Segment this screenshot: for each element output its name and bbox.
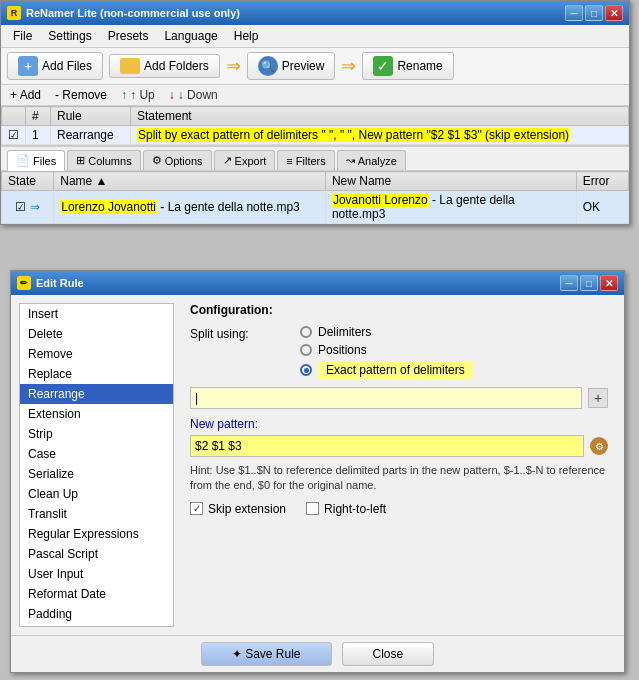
edit-minimize-button[interactable]: ─ bbox=[560, 275, 578, 291]
menu-language[interactable]: Language bbox=[156, 27, 225, 45]
rule-cleanup[interactable]: Clean Up bbox=[20, 484, 173, 504]
tab-columns[interactable]: ⊞ Columns bbox=[67, 150, 140, 170]
tab-analyze-icon: ↝ bbox=[346, 154, 355, 167]
tab-filters[interactable]: ≡ Filters bbox=[277, 150, 334, 170]
right-to-left-label: Right-to-left bbox=[324, 502, 386, 516]
edit-rule-window: ✏ Edit Rule ─ □ ✕ Insert Delete Remove R… bbox=[10, 270, 625, 673]
pattern-options-button[interactable]: ⚙ bbox=[590, 437, 608, 455]
main-title-bar: R ReNamer Lite (non-commercial use only)… bbox=[1, 1, 629, 25]
col-rule: Rule bbox=[51, 107, 131, 126]
maximize-button[interactable]: □ bbox=[585, 5, 603, 21]
table-row[interactable]: ☑ ⇒ Lorenzo Jovanotti - La gente della n… bbox=[2, 191, 629, 224]
skip-extension-label: Skip extension bbox=[208, 502, 286, 516]
row-number: 1 bbox=[26, 126, 51, 145]
rule-insert[interactable]: Insert bbox=[20, 304, 173, 324]
edit-rule-controls: ─ □ ✕ bbox=[560, 275, 618, 291]
close-dialog-button[interactable]: Close bbox=[342, 642, 435, 666]
menu-settings[interactable]: Settings bbox=[40, 27, 99, 45]
radio-positions-row[interactable]: Positions bbox=[300, 343, 473, 357]
rule-serialize[interactable]: Serialize bbox=[20, 464, 173, 484]
main-window: R ReNamer Lite (non-commercial use only)… bbox=[0, 0, 630, 225]
rules-sub-toolbar: + Add - Remove ↑ ↑ Up ↓ ↓ Down bbox=[1, 85, 629, 106]
file-new-name: Jovanotti Lorenzo - La gente della notte… bbox=[325, 191, 576, 224]
files-col-newname[interactable]: New Name bbox=[325, 172, 576, 191]
file-state: ☑ ⇒ bbox=[2, 191, 54, 224]
rule-case[interactable]: Case bbox=[20, 444, 173, 464]
radio-delimiters-row[interactable]: Delimiters bbox=[300, 325, 473, 339]
new-pattern-input[interactable] bbox=[190, 435, 584, 457]
file-name-rest: - La gente della notte.mp3 bbox=[160, 200, 299, 214]
table-row[interactable]: ☑ 1 Rearrange Split by exact pattern of … bbox=[2, 126, 629, 145]
edit-close-button[interactable]: ✕ bbox=[600, 275, 618, 291]
add-delimiter-button[interactable]: + bbox=[588, 388, 608, 408]
config-panel: Configuration: Split using: Delimiters P… bbox=[182, 303, 616, 627]
preview-button[interactable]: 🔍 Preview bbox=[247, 52, 336, 80]
right-to-left-box[interactable] bbox=[306, 502, 319, 515]
menu-file[interactable]: File bbox=[5, 27, 40, 45]
radio-delimiters[interactable] bbox=[300, 326, 312, 338]
row-rule: Rearrange bbox=[51, 126, 131, 145]
edit-rule-icon: ✏ bbox=[17, 276, 31, 290]
tab-export[interactable]: ↗ Export bbox=[214, 150, 276, 170]
minimize-button[interactable]: ─ bbox=[565, 5, 583, 21]
add-files-button[interactable]: + Add Files bbox=[7, 52, 103, 80]
edit-rule-bottom-bar: ✦ Save Rule Close bbox=[11, 635, 624, 672]
tab-analyze[interactable]: ↝ Analyze bbox=[337, 150, 406, 170]
rule-pascal[interactable]: Pascal Script bbox=[20, 544, 173, 564]
rename-icon: ✓ bbox=[373, 56, 393, 76]
rule-regex[interactable]: Regular Expressions bbox=[20, 524, 173, 544]
close-button[interactable]: ✕ bbox=[605, 5, 623, 21]
file-tab-bar: 📄 Files ⊞ Columns ⚙ Options ↗ Export ≡ F… bbox=[1, 146, 629, 171]
files-col-error: Error bbox=[576, 172, 628, 191]
rule-translit[interactable]: Translit bbox=[20, 504, 173, 524]
tab-files[interactable]: 📄 Files bbox=[7, 150, 65, 171]
move-up-button[interactable]: ↑ ↑ Up bbox=[118, 87, 158, 103]
preview-icon: 🔍 bbox=[258, 56, 278, 76]
rule-replace[interactable]: Replace bbox=[20, 364, 173, 384]
radio-exact[interactable] bbox=[300, 364, 312, 376]
file-name-highlight: Lorenzo Jovanotti bbox=[60, 200, 157, 214]
edit-maximize-button[interactable]: □ bbox=[580, 275, 598, 291]
menu-help[interactable]: Help bbox=[226, 27, 267, 45]
rule-delete[interactable]: Delete bbox=[20, 324, 173, 344]
rename-button[interactable]: ✓ Rename bbox=[362, 52, 453, 80]
file-arrow-icon: ⇒ bbox=[30, 200, 40, 214]
skip-extension-checkbox[interactable]: Skip extension bbox=[190, 502, 286, 516]
rule-strip[interactable]: Strip bbox=[20, 424, 173, 444]
add-rule-button[interactable]: + Add bbox=[7, 87, 44, 103]
rule-padding[interactable]: Padding bbox=[20, 604, 173, 624]
rule-extension[interactable]: Extension bbox=[20, 404, 173, 424]
tab-columns-icon: ⊞ bbox=[76, 154, 85, 167]
rule-remove[interactable]: Remove bbox=[20, 344, 173, 364]
remove-rule-button[interactable]: - Remove bbox=[52, 87, 110, 103]
save-rule-button[interactable]: ✦ Save Rule bbox=[201, 642, 332, 666]
hint-text: Hint: Use $1..$N to reference delimited … bbox=[190, 463, 608, 494]
statement-highlight: Split by exact pattern of delimiters " "… bbox=[137, 128, 570, 142]
new-pattern-row: ⚙ bbox=[190, 435, 608, 457]
add-folders-icon bbox=[120, 58, 140, 74]
delimiter-input[interactable] bbox=[190, 387, 582, 409]
rule-list: Insert Delete Remove Replace Rearrange E… bbox=[19, 303, 174, 627]
files-table: State Name ▲ New Name Error ☑ ⇒ Lorenzo … bbox=[1, 171, 629, 224]
menu-bar: File Settings Presets Language Help bbox=[1, 25, 629, 48]
radio-positions-label: Positions bbox=[318, 343, 367, 357]
arrow-right-2: ⇒ bbox=[341, 55, 356, 77]
radio-exact-label: Exact pattern of delimiters bbox=[318, 361, 473, 379]
rule-reformat-date[interactable]: Reformat Date bbox=[20, 584, 173, 604]
tab-filters-icon: ≡ bbox=[286, 155, 292, 167]
edit-rule-title-bar: ✏ Edit Rule ─ □ ✕ bbox=[11, 271, 624, 295]
radio-positions[interactable] bbox=[300, 344, 312, 356]
row-checkbox[interactable]: ☑ bbox=[2, 126, 26, 145]
rule-rearrange[interactable]: Rearrange bbox=[20, 384, 173, 404]
radio-exact-row[interactable]: Exact pattern of delimiters bbox=[300, 361, 473, 379]
right-to-left-checkbox[interactable]: Right-to-left bbox=[306, 502, 386, 516]
files-col-name[interactable]: Name ▲ bbox=[54, 172, 326, 191]
move-down-button[interactable]: ↓ ↓ Down bbox=[166, 87, 221, 103]
menu-presets[interactable]: Presets bbox=[100, 27, 157, 45]
skip-extension-box[interactable] bbox=[190, 502, 203, 515]
tab-options[interactable]: ⚙ Options bbox=[143, 150, 212, 170]
files-col-state: State bbox=[2, 172, 54, 191]
arrow-right-1: ⇒ bbox=[226, 55, 241, 77]
add-folders-button[interactable]: Add Folders bbox=[109, 54, 220, 78]
rule-user-input[interactable]: User Input bbox=[20, 564, 173, 584]
